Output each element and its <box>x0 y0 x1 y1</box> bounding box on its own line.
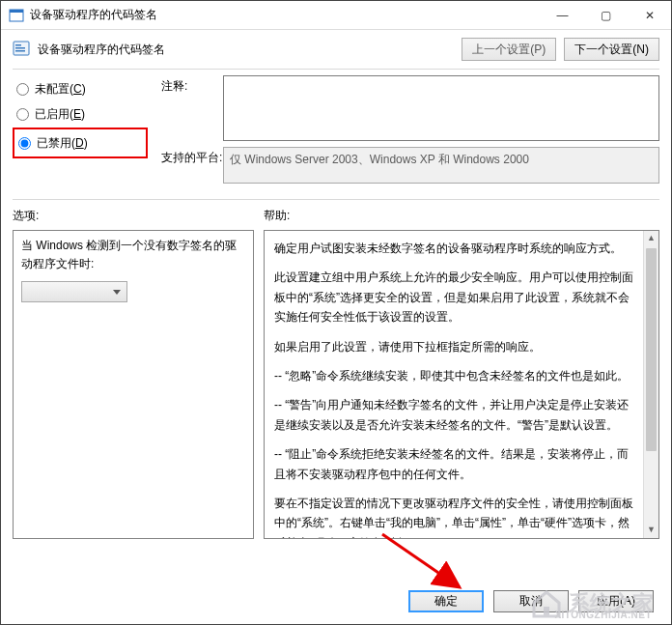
help-p4: -- “忽略”命令系统继续安装，即使其中包含未经签名的文件也是如此。 <box>274 366 637 385</box>
options-panel: 当 Windows 检测到一个没有数字签名的驱动程序文件时: <box>13 230 254 539</box>
prev-setting-button[interactable]: 上一个设置(P) <box>462 38 556 61</box>
scroll-thumb[interactable] <box>646 248 657 451</box>
options-text: 当 Windows 检测到一个没有数字签名的驱动程序文件时: <box>21 237 245 273</box>
maximize-button[interactable]: ▢ <box>584 1 628 30</box>
options-combo[interactable] <box>21 281 127 302</box>
help-content: 确定用户试图安装未经数字签名的设备驱动程序时系统的响应方式。 此设置建立组中用户… <box>274 239 649 539</box>
radio-disabled[interactable]: 已禁用(D) <box>14 131 142 155</box>
bottom-buttons: 确定 取消 应用(A) <box>408 590 654 612</box>
apply-button[interactable]: 应用(A) <box>578 590 654 612</box>
radio-not-configured[interactable]: 未配置(C) <box>13 77 148 100</box>
cancel-button[interactable]: 取消 <box>493 590 569 612</box>
platform-label: 支持的平台: <box>161 147 223 166</box>
radio-disabled-input[interactable] <box>18 137 31 150</box>
help-p3: 如果启用了此设置，请使用下拉框指定所需的响应。 <box>274 337 637 356</box>
close-button[interactable]: ✕ <box>628 1 671 30</box>
divider-2 <box>13 199 659 200</box>
radio-disabled-highlight: 已禁用(D) <box>13 128 148 158</box>
scrollbar[interactable]: ▲ ▼ <box>643 231 658 538</box>
svg-line-6 <box>382 534 460 587</box>
help-p7: 要在不指定设置的情况下更改驱动程序文件的安全性，请使用控制面板中的“系统”。右键… <box>274 494 637 539</box>
comment-label: 注释: <box>161 75 223 95</box>
svg-rect-5 <box>15 50 25 52</box>
next-setting-button[interactable]: 下一个设置(N) <box>564 38 659 61</box>
platform-row: 支持的平台: 仅 Windows Server 2003、Windows XP … <box>161 147 659 184</box>
scroll-down-icon[interactable]: ▼ <box>644 523 658 538</box>
comment-row: 注释: <box>161 75 659 141</box>
radio-not-configured-input[interactable] <box>16 83 29 96</box>
minimize-button[interactable]: — <box>541 1 584 30</box>
titlebar: 设备驱动程序的代码签名 — ▢ ✕ <box>1 1 671 30</box>
config-area: 未配置(C) 已启用(E) 已禁用(D) 注释: 支持的平台: 仅 Window… <box>1 70 671 189</box>
radio-enabled-input[interactable] <box>16 108 29 121</box>
section-labels: 选项: 帮助: <box>1 206 671 230</box>
policy-icon <box>13 41 30 58</box>
help-p1: 确定用户试图安装未经数字签名的设备驱动程序时系统的响应方式。 <box>274 239 637 258</box>
platform-value: 仅 Windows Server 2003、Windows XP 和 Windo… <box>223 147 659 184</box>
help-panel: 确定用户试图安装未经数字签名的设备驱动程序时系统的响应方式。 此设置建立组中用户… <box>264 230 659 539</box>
options-label: 选项: <box>13 206 264 230</box>
help-p6: -- “阻止”命令系统拒绝安装未经签名的文件。结果是，安装将停止，而且将不安装驱… <box>274 444 637 484</box>
window-title: 设备驱动程序的代码签名 <box>30 7 541 23</box>
window-icon <box>9 8 24 23</box>
help-p2: 此设置建立组中用户系统上允许的最少安全响应。用户可以使用控制面板中的“系统”选择… <box>274 268 637 327</box>
svg-rect-4 <box>15 47 25 49</box>
help-p5: -- “警告”向用户通知未经数字签名的文件，并让用户决定是停止安装还是继续安装以… <box>274 395 637 435</box>
svg-rect-3 <box>15 44 21 46</box>
help-label: 帮助: <box>264 206 290 230</box>
policy-header: 设备驱动程序的代码签名 上一个设置(P) 下一个设置(N) <box>1 30 671 69</box>
radio-group: 未配置(C) 已启用(E) 已禁用(D) <box>13 75 148 189</box>
lower-panels: 当 Windows 检测到一个没有数字签名的驱动程序文件时: 确定用户试图安装未… <box>1 230 671 539</box>
scroll-up-icon[interactable]: ▲ <box>644 231 658 246</box>
svg-rect-1 <box>10 10 23 13</box>
comment-input[interactable] <box>223 75 659 141</box>
radio-enabled[interactable]: 已启用(E) <box>13 102 148 126</box>
policy-title: 设备驱动程序的代码签名 <box>38 42 454 58</box>
ok-button[interactable]: 确定 <box>408 590 484 612</box>
